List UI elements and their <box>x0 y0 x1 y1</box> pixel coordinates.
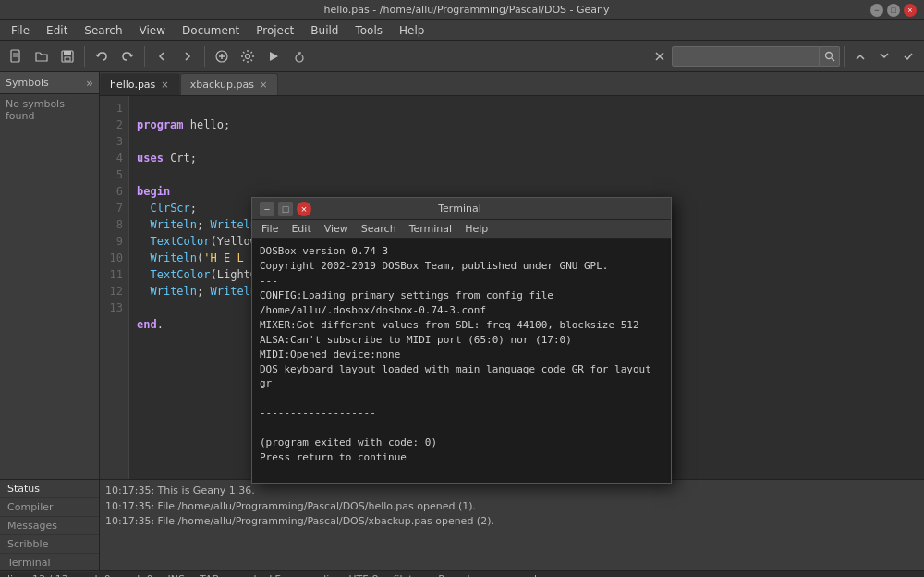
menu-edit[interactable]: Edit <box>39 22 75 39</box>
run-button[interactable] <box>261 44 286 68</box>
search-area <box>648 44 920 68</box>
sidebar-title: Symbols <box>6 77 49 89</box>
code-line-5: begin <box>137 185 170 198</box>
code-line-8: TextColor(Yellow); <box>137 235 271 248</box>
sidebar-empty-text: No symbols found <box>6 98 65 122</box>
terminal-minimize-button[interactable]: − <box>260 202 274 216</box>
open-button[interactable] <box>30 44 54 68</box>
redo-button[interactable] <box>116 44 140 68</box>
status-line: line: 13 / 13 <box>7 573 68 577</box>
status-message-3: 10:17:35: File /home/allu/Programming/Pa… <box>105 514 918 530</box>
bottom-content: 10:17:35: This is Geany 1.36. 10:17:35: … <box>100 480 924 570</box>
terminal-menu-terminal[interactable]: Terminal <box>404 222 458 236</box>
terminal-menu-search[interactable]: Search <box>356 222 402 236</box>
terminal-menu-help[interactable]: Help <box>459 222 493 236</box>
tab-xbackup-close[interactable]: × <box>259 80 268 90</box>
sidebar-toggle[interactable]: » <box>86 76 93 90</box>
mark-all-button[interactable] <box>896 44 920 68</box>
svg-rect-5 <box>65 57 70 61</box>
tab-hello-close[interactable]: × <box>160 80 169 90</box>
close-button[interactable]: × <box>904 4 917 17</box>
search-next-button[interactable] <box>872 44 896 68</box>
bottom-tab-messages[interactable]: Messages <box>0 517 99 535</box>
debug-button[interactable] <box>287 44 311 68</box>
toolbar-sep-2 <box>144 46 145 67</box>
menu-file[interactable]: File <box>4 22 37 39</box>
code-line-6: ClrScr; <box>137 202 197 215</box>
terminal-menu-edit[interactable]: Edit <box>286 222 316 236</box>
terminal-close-button[interactable]: × <box>297 202 311 216</box>
bottom-tab-scribble[interactable]: Scribble <box>0 535 99 554</box>
menu-tools[interactable]: Tools <box>347 22 390 39</box>
nav-forward-button[interactable] <box>176 44 200 68</box>
maximize-button[interactable]: □ <box>887 4 900 17</box>
tab-hello-label: hello.pas <box>110 79 155 91</box>
clear-search-button[interactable] <box>648 44 672 68</box>
menu-help[interactable]: Help <box>392 22 432 39</box>
status-scope: scope: unknown <box>485 573 567 577</box>
toolbar-sep-4 <box>844 46 845 67</box>
status-filetype: filetype: Pascal <box>394 573 470 577</box>
toolbar-sep-3 <box>204 46 205 67</box>
terminal-menu-file[interactable]: File <box>256 222 284 236</box>
tab-hello-pas[interactable]: hello.pas × <box>100 73 180 95</box>
terminal-line-3: --- <box>260 274 663 288</box>
title-bar: hello.pas - /home/allu/Programming/Pasca… <box>0 0 924 20</box>
terminal-modal: − □ × Terminal File Edit View Search Ter… <box>251 197 672 484</box>
minimize-button[interactable]: − <box>870 4 883 17</box>
search-prev-button[interactable] <box>848 44 872 68</box>
svg-line-17 <box>832 58 834 61</box>
terminal-maximize-button[interactable]: □ <box>278 202 293 216</box>
search-input[interactable] <box>672 46 820 67</box>
svg-point-9 <box>246 54 250 58</box>
status-mode: mode: LF <box>234 573 281 577</box>
compile-button[interactable] <box>210 44 234 68</box>
terminal-title-bar: − □ × Terminal <box>252 198 671 220</box>
save-button[interactable] <box>55 44 79 68</box>
new-button[interactable] <box>4 44 28 68</box>
bottom-sidebar: Status Compiler Messages Scribble Termin… <box>0 480 100 570</box>
menu-view[interactable]: View <box>132 22 173 39</box>
window-controls-right[interactable]: − □ × <box>870 4 917 17</box>
terminal-window-controls[interactable]: − □ × <box>260 202 311 216</box>
menu-bar: File Edit Search View Document Project B… <box>0 20 924 41</box>
status-encoding: encoding: UTF-8 <box>296 573 379 577</box>
svg-point-11 <box>296 55 303 62</box>
tab-xbackup-pas[interactable]: xbackup.pas × <box>180 73 279 95</box>
bottom-tab-compiler[interactable]: Compiler <box>0 498 99 517</box>
terminal-line-8: DOS keyboard layout loaded with main lan… <box>260 362 663 392</box>
sidebar: Symbols » No symbols found <box>0 72 100 479</box>
svg-point-16 <box>825 52 832 58</box>
undo-button[interactable] <box>90 44 114 68</box>
terminal-body[interactable]: DOSBox version 0.74-3 Copyright 2002-201… <box>252 239 671 483</box>
status-col: col: 0 <box>83 573 111 577</box>
status-message-2: 10:17:35: File /home/allu/Programming/Pa… <box>105 499 918 515</box>
menu-project[interactable]: Project <box>249 22 301 39</box>
terminal-line-1: DOSBox version 0.74-3 <box>260 244 663 259</box>
bottom-tab-terminal[interactable]: Terminal <box>0 554 99 572</box>
menu-search[interactable]: Search <box>77 22 129 39</box>
terminal-line-2: Copyright 2002-2019 DOSBox Team, publish… <box>260 259 663 274</box>
bottom-tab-status[interactable]: Status <box>0 480 99 498</box>
terminal-line-6: ALSA:Can't subscribe to MIDI port (65:0)… <box>260 333 663 348</box>
terminal-line-7: MIDI:Opened device:none <box>260 348 663 362</box>
bottom-panel: Status Compiler Messages Scribble Termin… <box>0 479 924 570</box>
menu-build[interactable]: Build <box>303 22 346 39</box>
terminal-line-11 <box>260 421 663 436</box>
terminal-title: Terminal <box>311 203 608 215</box>
status-bar: line: 13 / 13 col: 0 sel: 0 INS TAB mode… <box>0 570 924 577</box>
settings-button[interactable] <box>236 44 260 68</box>
terminal-menu-view[interactable]: View <box>319 222 354 236</box>
main-area: Symbols » No symbols found hello.pas × x… <box>0 72 924 479</box>
menu-document[interactable]: Document <box>175 22 247 39</box>
sidebar-content: No symbols found <box>0 94 99 126</box>
tabs-bar: hello.pas × xbackup.pas × <box>100 72 924 96</box>
line-numbers: 1 2 3 4 5 6 7 8 9 10 11 12 13 <box>100 96 129 479</box>
svg-marker-10 <box>270 52 278 61</box>
sidebar-header: Symbols » <box>0 72 99 94</box>
search-icon[interactable] <box>820 46 840 67</box>
toolbar <box>0 41 924 72</box>
status-tab: TAB <box>200 573 219 577</box>
terminal-line-4: CONFIG:Loading primary settings from con… <box>260 288 663 318</box>
nav-back-button[interactable] <box>150 44 174 68</box>
